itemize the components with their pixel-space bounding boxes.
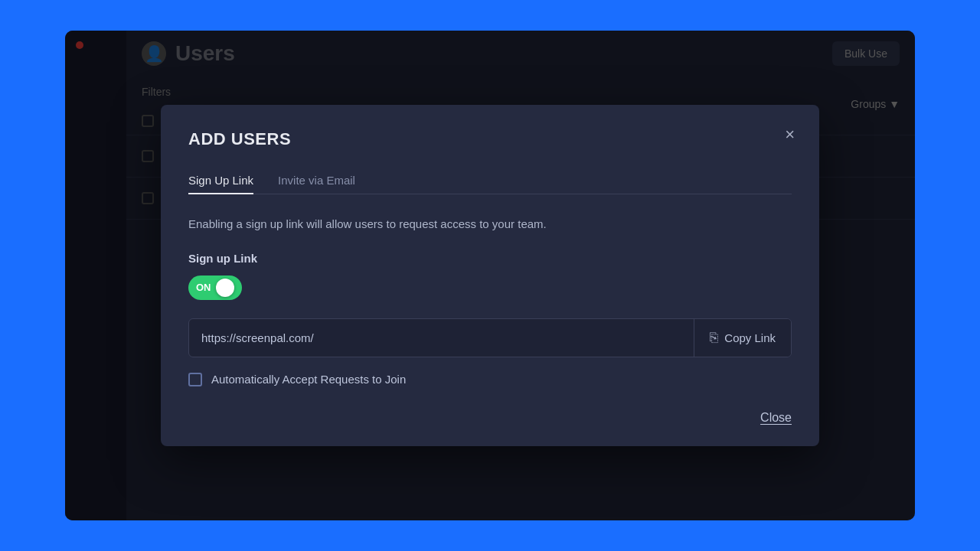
url-row: ⎘ Copy Link	[188, 318, 792, 357]
auto-accept-label: Automatically Accept Requests to Join	[211, 373, 406, 386]
close-button[interactable]: Close	[760, 411, 792, 425]
signup-link-toggle[interactable]: ON	[188, 276, 242, 300]
auto-accept-checkbox[interactable]	[188, 373, 202, 386]
toggle-row: ON	[188, 276, 792, 300]
tab-invite-via-email[interactable]: Invite via Email	[278, 168, 355, 194]
toggle-knob	[216, 279, 234, 297]
signup-link-label: Sign up Link	[188, 252, 792, 265]
tab-sign-up-link[interactable]: Sign Up Link	[188, 168, 253, 194]
app-window: 👤 Users Bulk Use Filters Groups ▼ AB AK …	[65, 31, 915, 520]
close-x-button[interactable]: ×	[782, 123, 798, 146]
modal-title: ADD USERS	[188, 129, 792, 149]
signup-url-input[interactable]	[189, 321, 694, 355]
modal-description: Enabling a sign up link will allow users…	[188, 216, 792, 233]
modal-footer: Close	[188, 411, 792, 425]
copy-icon: ⎘	[710, 330, 718, 346]
modal-overlay: ADD USERS × Sign Up Link Invite via Emai…	[65, 31, 915, 520]
toggle-state-label: ON	[196, 282, 211, 293]
copy-link-button[interactable]: ⎘ Copy Link	[694, 319, 791, 357]
copy-link-label: Copy Link	[724, 331, 776, 344]
add-users-modal: ADD USERS × Sign Up Link Invite via Emai…	[161, 105, 819, 446]
auto-accept-row: Automatically Accept Requests to Join	[188, 373, 792, 386]
modal-tabs: Sign Up Link Invite via Email	[188, 168, 792, 194]
